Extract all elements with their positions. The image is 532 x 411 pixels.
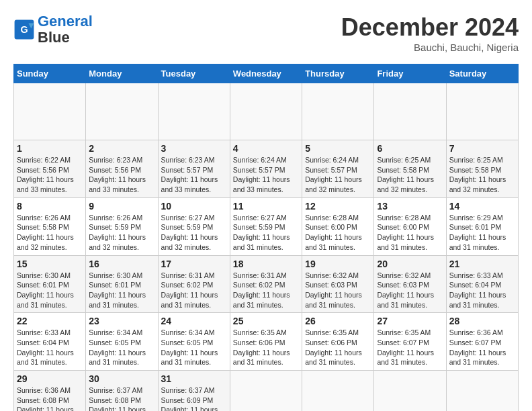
day-cell xyxy=(230,83,302,140)
day-info: Sunrise: 6:31 AMSunset: 6:02 PMDaylight:… xyxy=(161,271,227,310)
day-info: Sunrise: 6:25 AMSunset: 5:58 PMDaylight:… xyxy=(377,155,443,195)
calendar: SundayMondayTuesdayWednesdayThursdayFrid… xyxy=(13,64,519,411)
day-info: Sunrise: 6:33 AMSunset: 6:04 PMDaylight:… xyxy=(449,271,515,310)
day-number: 25 xyxy=(233,316,299,326)
page-header: G General Blue December 2024 Bauchi, Bau… xyxy=(13,13,519,53)
day-info: Sunrise: 6:34 AMSunset: 6:05 PMDaylight:… xyxy=(161,328,227,367)
day-info: Sunrise: 6:25 AMSunset: 5:58 PMDaylight:… xyxy=(449,155,515,195)
day-number: 27 xyxy=(377,316,443,326)
day-info: Sunrise: 6:36 AMSunset: 6:07 PMDaylight:… xyxy=(449,328,515,367)
day-cell: 13Sunrise: 6:28 AMSunset: 6:00 PMDayligh… xyxy=(374,197,446,255)
day-cell: 18Sunrise: 6:31 AMSunset: 6:02 PMDayligh… xyxy=(230,255,302,313)
logo-line2: Blue xyxy=(38,29,70,46)
day-info: Sunrise: 6:35 AMSunset: 6:06 PMDaylight:… xyxy=(233,328,299,367)
day-info: Sunrise: 6:24 AMSunset: 5:57 PMDaylight:… xyxy=(305,155,371,195)
day-number: 10 xyxy=(161,201,227,212)
day-number: 21 xyxy=(449,259,515,269)
day-cell: 20Sunrise: 6:32 AMSunset: 6:03 PMDayligh… xyxy=(374,255,446,313)
day-cell: 29Sunrise: 6:36 AMSunset: 6:08 PMDayligh… xyxy=(14,371,86,412)
day-info: Sunrise: 6:22 AMSunset: 5:56 PMDaylight:… xyxy=(17,155,83,195)
day-cell: 26Sunrise: 6:35 AMSunset: 6:06 PMDayligh… xyxy=(302,313,374,371)
day-info: Sunrise: 6:29 AMSunset: 6:01 PMDaylight:… xyxy=(449,213,515,253)
col-header-sunday: Sunday xyxy=(14,64,86,83)
day-number: 13 xyxy=(377,201,443,212)
day-cell xyxy=(230,371,302,412)
day-info: Sunrise: 6:23 AMSunset: 5:56 PMDaylight:… xyxy=(89,155,154,195)
day-info: Sunrise: 6:30 AMSunset: 6:01 PMDaylight:… xyxy=(89,271,154,310)
day-cell: 3Sunrise: 6:23 AMSunset: 5:57 PMDaylight… xyxy=(158,140,230,198)
day-number: 15 xyxy=(17,259,83,269)
day-info: Sunrise: 6:23 AMSunset: 5:57 PMDaylight:… xyxy=(161,155,227,195)
day-number: 2 xyxy=(89,143,154,154)
logo-line1: General xyxy=(38,13,93,30)
day-info: Sunrise: 6:37 AMSunset: 6:09 PMDaylight:… xyxy=(161,385,227,411)
day-cell: 2Sunrise: 6:23 AMSunset: 5:56 PMDaylight… xyxy=(86,140,158,198)
day-number: 12 xyxy=(305,201,371,212)
day-cell xyxy=(14,83,86,140)
col-header-saturday: Saturday xyxy=(446,64,518,83)
day-cell: 23Sunrise: 6:34 AMSunset: 6:05 PMDayligh… xyxy=(86,313,158,371)
day-info: Sunrise: 6:35 AMSunset: 6:06 PMDaylight:… xyxy=(305,328,371,367)
day-cell: 9Sunrise: 6:26 AMSunset: 5:59 PMDaylight… xyxy=(86,197,158,255)
day-cell: 11Sunrise: 6:27 AMSunset: 5:59 PMDayligh… xyxy=(230,197,302,255)
day-cell: 15Sunrise: 6:30 AMSunset: 6:01 PMDayligh… xyxy=(14,255,86,313)
week-row-6: 29Sunrise: 6:36 AMSunset: 6:08 PMDayligh… xyxy=(14,371,519,412)
day-number: 8 xyxy=(17,201,83,212)
day-info: Sunrise: 6:26 AMSunset: 5:59 PMDaylight:… xyxy=(89,213,154,253)
day-number: 19 xyxy=(305,259,371,269)
day-number: 23 xyxy=(89,316,154,326)
day-info: Sunrise: 6:28 AMSunset: 6:00 PMDaylight:… xyxy=(377,213,443,253)
day-number: 16 xyxy=(89,259,154,269)
day-number: 9 xyxy=(89,201,154,212)
day-number: 30 xyxy=(89,373,154,384)
day-info: Sunrise: 6:26 AMSunset: 5:58 PMDaylight:… xyxy=(17,213,83,253)
day-cell: 30Sunrise: 6:37 AMSunset: 6:08 PMDayligh… xyxy=(86,371,158,412)
calendar-header-row: SundayMondayTuesdayWednesdayThursdayFrid… xyxy=(14,64,519,83)
day-cell xyxy=(446,371,518,412)
day-info: Sunrise: 6:27 AMSunset: 5:59 PMDaylight:… xyxy=(233,213,299,253)
day-info: Sunrise: 6:35 AMSunset: 6:07 PMDaylight:… xyxy=(377,328,443,367)
day-cell xyxy=(158,83,230,140)
day-number: 28 xyxy=(449,316,515,326)
col-header-friday: Friday xyxy=(374,64,446,83)
day-number: 17 xyxy=(161,259,227,269)
day-number: 26 xyxy=(305,316,371,326)
day-cell: 19Sunrise: 6:32 AMSunset: 6:03 PMDayligh… xyxy=(302,255,374,313)
week-row-2: 1Sunrise: 6:22 AMSunset: 5:56 PMDaylight… xyxy=(14,140,519,198)
day-number: 7 xyxy=(449,143,515,154)
day-info: Sunrise: 6:24 AMSunset: 5:57 PMDaylight:… xyxy=(233,155,299,195)
day-cell: 28Sunrise: 6:36 AMSunset: 6:07 PMDayligh… xyxy=(446,313,518,371)
svg-text:G: G xyxy=(20,24,28,35)
day-info: Sunrise: 6:37 AMSunset: 6:08 PMDaylight:… xyxy=(89,385,154,411)
day-info: Sunrise: 6:30 AMSunset: 6:01 PMDaylight:… xyxy=(17,271,83,310)
week-row-4: 15Sunrise: 6:30 AMSunset: 6:01 PMDayligh… xyxy=(14,255,519,313)
day-info: Sunrise: 6:34 AMSunset: 6:05 PMDaylight:… xyxy=(89,328,154,367)
day-number: 3 xyxy=(161,143,227,154)
day-number: 1 xyxy=(17,143,83,154)
day-cell xyxy=(374,83,446,140)
col-header-wednesday: Wednesday xyxy=(230,64,302,83)
day-cell: 8Sunrise: 6:26 AMSunset: 5:58 PMDaylight… xyxy=(14,197,86,255)
day-info: Sunrise: 6:33 AMSunset: 6:04 PMDaylight:… xyxy=(17,328,83,367)
day-cell: 7Sunrise: 6:25 AMSunset: 5:58 PMDaylight… xyxy=(446,140,518,198)
day-info: Sunrise: 6:32 AMSunset: 6:03 PMDaylight:… xyxy=(305,271,371,310)
day-cell: 31Sunrise: 6:37 AMSunset: 6:09 PMDayligh… xyxy=(158,371,230,412)
day-info: Sunrise: 6:28 AMSunset: 6:00 PMDaylight:… xyxy=(305,213,371,253)
logo: G General Blue xyxy=(13,13,93,46)
day-info: Sunrise: 6:27 AMSunset: 5:59 PMDaylight:… xyxy=(161,213,227,253)
day-cell: 5Sunrise: 6:24 AMSunset: 5:57 PMDaylight… xyxy=(302,140,374,198)
day-cell: 4Sunrise: 6:24 AMSunset: 5:57 PMDaylight… xyxy=(230,140,302,198)
day-info: Sunrise: 6:31 AMSunset: 6:02 PMDaylight:… xyxy=(233,271,299,310)
day-number: 31 xyxy=(161,373,227,384)
day-cell: 25Sunrise: 6:35 AMSunset: 6:06 PMDayligh… xyxy=(230,313,302,371)
col-header-thursday: Thursday xyxy=(302,64,374,83)
day-number: 18 xyxy=(233,259,299,269)
day-number: 5 xyxy=(305,143,371,154)
day-cell xyxy=(302,371,374,412)
day-info: Sunrise: 6:32 AMSunset: 6:03 PMDaylight:… xyxy=(377,271,443,310)
day-number: 4 xyxy=(233,143,299,154)
day-number: 29 xyxy=(17,373,83,384)
day-number: 6 xyxy=(377,143,443,154)
day-cell xyxy=(446,83,518,140)
day-cell xyxy=(374,371,446,412)
